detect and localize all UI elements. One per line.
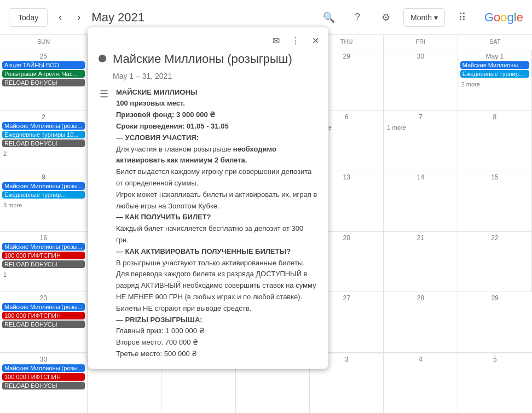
event-reload-1[interactable]: RELOAD БОНУСЫ <box>2 79 85 86</box>
date-2: 2 <box>2 113 85 121</box>
lastrow-fri: 4 <box>384 353 458 413</box>
week2-sun: 2 Майские Миллионы (розы... Ежедневные т… <box>0 111 88 172</box>
date-16: 16 <box>2 234 85 242</box>
more-link-16[interactable]: 1 <box>2 271 8 278</box>
event-mayskie-2[interactable]: Майские Миллионы (розы... <box>2 122 85 130</box>
event-reload-30[interactable]: RELOAD БОНУСЫ <box>2 382 85 389</box>
view-label: Month <box>410 13 432 22</box>
chevron-down-icon: ▾ <box>434 13 438 22</box>
day-header-sat: SAT <box>458 35 532 50</box>
week2-fri: 7 1 more <box>384 111 458 172</box>
event-mayskie-30[interactable]: Майские Миллионы (розы... <box>2 364 85 372</box>
event-reload-16[interactable]: RELOAD БОНУСЫ <box>2 260 85 268</box>
week4-sun: 16 Майские Миллионы (розы... 100 000 ГИФ… <box>0 232 88 293</box>
week5-fri: 28 <box>384 292 458 353</box>
grid-icon: ⠿ <box>458 11 466 24</box>
event-rozygryshi[interactable]: Розыгрыши Апреля. Час... <box>2 70 85 78</box>
popup-description: МАЙСКИЕ МИЛЛИОНЫ 100 призовых мест. Приз… <box>116 87 317 360</box>
event-ezhednevnye-9[interactable]: Ежедневные турнир... <box>2 191 85 199</box>
help-button[interactable]: ? <box>346 7 368 28</box>
event-popup: ✉ ⋮ ✕ Майские Миллионы (розыгрыш) May 1 … <box>88 27 328 369</box>
date-22: 22 <box>460 234 529 242</box>
today-button[interactable]: Today <box>9 8 48 27</box>
more-link-2[interactable]: 2 <box>2 150 8 158</box>
week5-sat: 29 <box>458 292 532 353</box>
prev-month-button[interactable]: ‹ <box>54 7 66 27</box>
popup-more-button[interactable]: ⋮ <box>287 32 304 49</box>
week4-sat: 22 <box>458 232 532 293</box>
event-giftsp-23[interactable]: 100 000 ГИФТСПИН <box>2 312 85 319</box>
more-vert-icon: ⋮ <box>291 36 300 46</box>
search-icon: 🔍 <box>323 11 335 24</box>
popup-desc-row: ☰ МАЙСКИЕ МИЛЛИОНЫ 100 призовых мест. Пр… <box>99 87 317 360</box>
event-color-indicator <box>99 55 106 62</box>
date-28: 28 <box>386 294 455 302</box>
event-ezhednevnye-2[interactable]: Ежедневные турниры 10... <box>2 131 85 138</box>
week4-fri: 21 <box>384 232 458 293</box>
help-icon: ? <box>355 11 360 23</box>
apps-button[interactable]: ⠿ <box>452 7 473 28</box>
event-reload-2[interactable]: RELOAD БОНУСЫ <box>2 139 85 147</box>
popup-header: ✉ ⋮ ✕ <box>88 27 328 49</box>
date-25: 25 <box>2 53 85 60</box>
more-link-9[interactable]: 3 more <box>2 201 23 209</box>
date-21: 21 <box>386 234 455 242</box>
date-30: 30 <box>2 356 85 363</box>
popup-title-row: Майские Миллионы (розыгрыш) <box>88 49 328 72</box>
popup-close-button[interactable]: ✕ <box>307 32 324 49</box>
date-29b: 29 <box>460 294 530 302</box>
event-ezhednevnye-sat[interactable]: Ежедневные турнир... <box>460 70 529 78</box>
page-title: May 2021 <box>91 10 311 25</box>
date-5: 5 <box>460 356 530 363</box>
lastrow-sun: 30 Майские Миллионы (розы... 100 000 ГИФ… <box>0 353 88 413</box>
view-selector[interactable]: Month ▾ <box>403 8 445 27</box>
popup-event-date: May 1 – 31, 2021 <box>88 72 328 87</box>
email-icon: ✉ <box>273 36 280 46</box>
week5-sun: 23 Майские Миллионы (розы... 100 000 ГИФ… <box>0 292 88 353</box>
search-button[interactable]: 🔍 <box>318 7 340 28</box>
event-mayskie-9[interactable]: Майские Миллионы (розы... <box>2 182 85 190</box>
week1-fri: 30 <box>384 50 458 111</box>
date-7: 7 <box>386 113 455 121</box>
date-4: 4 <box>386 356 455 363</box>
date-may1: May 1 <box>460 53 529 60</box>
week1-sun: 25 Акция ТАЙНЫ ВОО Розыгрыши Апреля. Час… <box>0 50 88 111</box>
event-aktsiya[interactable]: Акция ТАЙНЫ ВОО <box>2 61 85 69</box>
event-mayskie-16[interactable]: Майские Миллионы (розы... <box>2 243 85 251</box>
settings-button[interactable]: ⚙ <box>375 7 397 28</box>
event-mayskie-23[interactable]: Майские Миллионы (розы... <box>2 303 85 311</box>
popup-body: ☰ МАЙСКИЕ МИЛЛИОНЫ 100 призовых мест. Пр… <box>88 87 328 369</box>
event-giftsp-16[interactable]: 100 000 ГИФТСПИН <box>2 252 85 259</box>
date-14: 14 <box>386 173 455 181</box>
week3-fri: 14 <box>384 171 458 232</box>
date-30: 30 <box>386 53 455 60</box>
gear-icon: ⚙ <box>381 11 390 24</box>
date-9: 9 <box>2 173 85 181</box>
event-reload-23[interactable]: RELOAD БОНУСЫ <box>2 321 85 328</box>
week1-sat: May 1 Майские Миллионы... Ежедневные тур… <box>458 50 532 111</box>
close-icon: ✕ <box>312 36 319 46</box>
popup-email-button[interactable]: ✉ <box>267 32 285 49</box>
day-header-fri: FRI <box>384 35 458 50</box>
google-logo: Google <box>484 10 523 25</box>
date-8: 8 <box>460 113 529 121</box>
week3-sat: 15 <box>458 171 532 232</box>
more-link-7[interactable]: 1 more <box>386 124 407 131</box>
popup-event-title: Майские Миллионы (розыгрыш) <box>113 51 292 67</box>
date-15: 15 <box>460 173 529 181</box>
day-header-sun: SUN <box>0 35 88 50</box>
next-month-button[interactable]: › <box>73 7 85 27</box>
event-mayskie-sat[interactable]: Майские Миллионы... <box>460 61 529 69</box>
more-link-sat1[interactable]: 2 more <box>460 80 481 88</box>
date-23: 23 <box>2 294 85 302</box>
week2-sat: 8 <box>458 111 532 172</box>
menu-icon: ☰ <box>99 88 109 360</box>
week3-sun: 9 Майские Миллионы (розы... Ежедневные т… <box>0 171 88 232</box>
lastrow-sat: 5 <box>458 353 532 413</box>
event-giftsp-30[interactable]: 100 000 ГИФТСПИН <box>2 373 85 381</box>
